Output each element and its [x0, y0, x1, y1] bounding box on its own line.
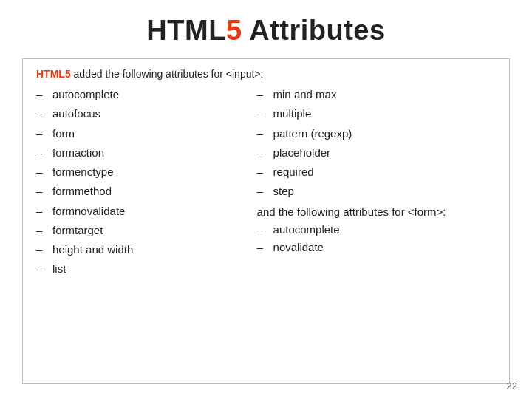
item-text: required [273, 165, 314, 180]
item-text: autocomplete [273, 222, 340, 237]
dash: – [257, 146, 270, 160]
list-item: –step [257, 184, 496, 199]
list-item: –pattern (regexp) [257, 126, 496, 141]
item-text: formmethod [52, 184, 112, 199]
list-item: –multiple [257, 106, 496, 121]
dash: – [36, 242, 50, 257]
dash: – [36, 165, 50, 180]
item-text: formaction [52, 146, 104, 160]
item-text: step [273, 184, 294, 199]
note-text: and the following attributes for <form>: [257, 204, 496, 219]
list-item: –min and max [257, 87, 496, 102]
dash: – [36, 87, 50, 102]
list-item: –formaction [36, 146, 250, 160]
dash: – [36, 146, 50, 160]
list-item: –autocomplete [36, 87, 250, 102]
note-block: and the following attributes for <form>:… [257, 204, 496, 256]
list-item: –form [36, 126, 250, 141]
title-html-text: HTML [146, 15, 226, 46]
item-text: novalidate [273, 240, 324, 255]
page-number: 22 [507, 381, 517, 392]
item-text: placeholder [273, 146, 331, 160]
dash: – [36, 126, 50, 141]
item-text: height and width [52, 242, 133, 257]
list-item: –required [257, 165, 496, 180]
dash: – [36, 204, 50, 219]
list-item: –formenctype [36, 165, 250, 180]
right-column: –min and max–multiple–pattern (regexp)–p… [257, 87, 496, 282]
intro-text: HTML5 added the following attributes for… [36, 68, 496, 80]
item-text: list [52, 262, 66, 276]
dash: – [257, 184, 270, 199]
dash: – [36, 223, 50, 238]
content-box: HTML5 added the following attributes for… [22, 58, 510, 384]
item-text: formnovalidate [52, 204, 125, 219]
dash: – [257, 106, 270, 121]
dash: – [257, 87, 270, 102]
intro-html5: HTML5 [36, 68, 71, 80]
dash: – [36, 106, 50, 121]
item-text: formtarget [52, 223, 103, 238]
list-item: –formtarget [36, 223, 250, 238]
item-text: autocomplete [52, 87, 119, 102]
dash: – [36, 262, 50, 276]
intro-suffix: added the following attributes for <inpu… [74, 68, 264, 80]
item-text: autofocus [52, 106, 100, 121]
title-attributes: Attributes [242, 15, 386, 46]
list-item: –height and width [36, 242, 250, 257]
item-text: form [52, 126, 75, 141]
item-text: min and max [273, 87, 337, 102]
item-text: pattern (regexp) [273, 126, 352, 141]
note-list-item: –autocomplete [257, 222, 496, 237]
dash: – [36, 184, 50, 199]
list-item: –autofocus [36, 106, 250, 121]
title-5: 5 [226, 15, 242, 46]
columns: –autocomplete–autofocus–form–formaction–… [36, 87, 496, 282]
slide-title: HTML5 Attributes [22, 15, 510, 47]
dash: – [257, 126, 270, 141]
dash: – [257, 165, 270, 180]
item-text: multiple [273, 106, 312, 121]
item-text: formenctype [52, 165, 114, 180]
list-item: –placeholder [257, 146, 496, 160]
dash: – [257, 222, 270, 237]
list-item: –list [36, 262, 250, 276]
list-item: –formnovalidate [36, 204, 250, 219]
dash: – [257, 240, 270, 255]
note-list-item: –novalidate [257, 240, 496, 255]
left-column: –autocomplete–autofocus–form–formaction–… [36, 87, 257, 282]
list-item: –formmethod [36, 184, 250, 199]
